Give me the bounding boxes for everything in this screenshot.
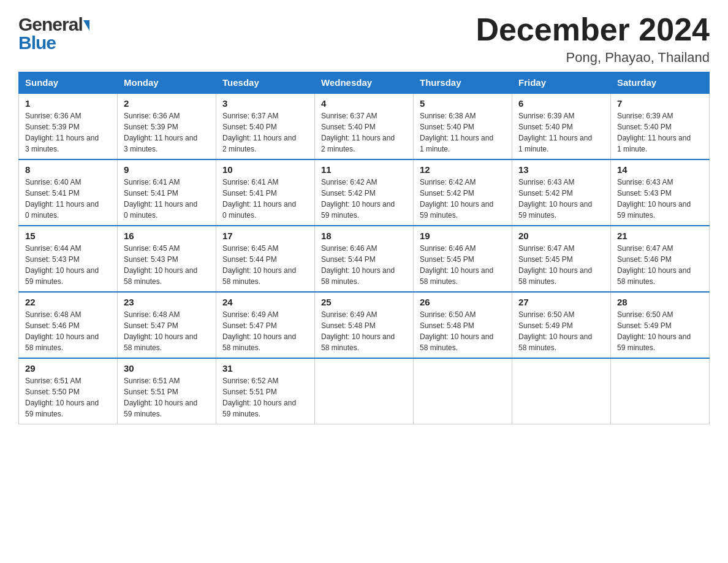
day-info: Sunrise: 6:51 AM Sunset: 5:51 PM Dayligh… (124, 375, 210, 419)
week-row-5: 29 Sunrise: 6:51 AM Sunset: 5:50 PM Dayl… (19, 358, 710, 424)
header-thursday: Thursday (414, 72, 512, 94)
day-number: 11 (321, 164, 407, 175)
day-info: Sunrise: 6:38 AM Sunset: 5:40 PM Dayligh… (420, 110, 506, 155)
calendar-cell: 7 Sunrise: 6:39 AM Sunset: 5:40 PM Dayli… (611, 93, 710, 159)
calendar-cell: 11 Sunrise: 6:42 AM Sunset: 5:42 PM Dayl… (315, 159, 414, 226)
day-number: 27 (518, 297, 604, 307)
day-info: Sunrise: 6:44 AM Sunset: 5:43 PM Dayligh… (25, 243, 111, 287)
day-number: 17 (222, 231, 308, 241)
calendar-cell: 1 Sunrise: 6:36 AM Sunset: 5:39 PM Dayli… (19, 93, 118, 159)
day-number: 3 (222, 98, 308, 109)
day-info: Sunrise: 6:37 AM Sunset: 5:40 PM Dayligh… (222, 110, 308, 155)
day-info: Sunrise: 6:41 AM Sunset: 5:41 PM Dayligh… (124, 177, 210, 221)
day-info: Sunrise: 6:47 AM Sunset: 5:46 PM Dayligh… (617, 243, 703, 287)
page-header: General Blue December 2024 Pong, Phayao,… (18, 12, 710, 66)
day-info: Sunrise: 6:46 AM Sunset: 5:44 PM Dayligh… (321, 243, 407, 287)
day-number: 9 (124, 164, 210, 175)
calendar-cell: 9 Sunrise: 6:41 AM Sunset: 5:41 PM Dayli… (118, 159, 216, 226)
calendar-cell: 12 Sunrise: 6:42 AM Sunset: 5:42 PM Dayl… (414, 159, 512, 226)
calendar-cell: 13 Sunrise: 6:43 AM Sunset: 5:42 PM Dayl… (512, 159, 611, 226)
calendar-cell: 31 Sunrise: 6:52 AM Sunset: 5:51 PM Dayl… (216, 358, 315, 424)
day-info: Sunrise: 6:41 AM Sunset: 5:41 PM Dayligh… (222, 177, 308, 221)
day-number: 29 (25, 363, 111, 373)
logo-arrow-icon (83, 20, 89, 31)
day-number: 22 (25, 297, 111, 307)
day-number: 15 (25, 231, 111, 241)
calendar-cell: 21 Sunrise: 6:47 AM Sunset: 5:46 PM Dayl… (611, 226, 710, 292)
logo: General Blue (18, 12, 89, 52)
month-title: December 2024 (476, 12, 710, 47)
day-number: 6 (518, 98, 604, 109)
day-info: Sunrise: 6:39 AM Sunset: 5:40 PM Dayligh… (617, 110, 703, 155)
day-number: 4 (321, 98, 407, 109)
day-info: Sunrise: 6:36 AM Sunset: 5:39 PM Dayligh… (124, 110, 210, 155)
header-friday: Friday (512, 72, 611, 94)
day-number: 18 (321, 231, 407, 241)
day-info: Sunrise: 6:43 AM Sunset: 5:42 PM Dayligh… (518, 177, 604, 221)
day-info: Sunrise: 6:49 AM Sunset: 5:47 PM Dayligh… (222, 309, 308, 353)
day-info: Sunrise: 6:36 AM Sunset: 5:39 PM Dayligh… (25, 110, 111, 155)
day-number: 20 (518, 231, 604, 241)
calendar-cell: 26 Sunrise: 6:50 AM Sunset: 5:48 PM Dayl… (414, 292, 512, 358)
title-block: December 2024 Pong, Phayao, Thailand (476, 12, 710, 66)
day-number: 7 (617, 98, 703, 109)
calendar-cell: 2 Sunrise: 6:36 AM Sunset: 5:39 PM Dayli… (118, 93, 216, 159)
day-info: Sunrise: 6:47 AM Sunset: 5:45 PM Dayligh… (518, 243, 604, 287)
day-info: Sunrise: 6:40 AM Sunset: 5:41 PM Dayligh… (25, 177, 111, 221)
day-number: 14 (617, 164, 703, 175)
logo-general: General (18, 15, 89, 34)
calendar-cell: 23 Sunrise: 6:48 AM Sunset: 5:47 PM Dayl… (118, 292, 216, 358)
calendar-cell: 3 Sunrise: 6:37 AM Sunset: 5:40 PM Dayli… (216, 93, 315, 159)
day-number: 8 (25, 164, 111, 175)
calendar-cell: 22 Sunrise: 6:48 AM Sunset: 5:46 PM Dayl… (19, 292, 118, 358)
calendar-cell (611, 358, 710, 424)
calendar-cell: 17 Sunrise: 6:45 AM Sunset: 5:44 PM Dayl… (216, 226, 315, 292)
calendar-cell (512, 358, 611, 424)
calendar-cell: 27 Sunrise: 6:50 AM Sunset: 5:49 PM Dayl… (512, 292, 611, 358)
day-info: Sunrise: 6:48 AM Sunset: 5:47 PM Dayligh… (124, 309, 210, 353)
day-info: Sunrise: 6:37 AM Sunset: 5:40 PM Dayligh… (321, 110, 407, 155)
logo-blue: Blue (18, 34, 89, 52)
header-wednesday: Wednesday (315, 72, 414, 94)
calendar-cell: 18 Sunrise: 6:46 AM Sunset: 5:44 PM Dayl… (315, 226, 414, 292)
day-number: 19 (420, 231, 506, 241)
day-number: 26 (420, 297, 506, 307)
day-info: Sunrise: 6:45 AM Sunset: 5:43 PM Dayligh… (124, 243, 210, 287)
calendar-cell: 25 Sunrise: 6:49 AM Sunset: 5:48 PM Dayl… (315, 292, 414, 358)
day-number: 28 (617, 297, 703, 307)
calendar-cell: 8 Sunrise: 6:40 AM Sunset: 5:41 PM Dayli… (19, 159, 118, 226)
day-number: 21 (617, 231, 703, 241)
day-number: 31 (222, 363, 308, 373)
calendar-cell: 30 Sunrise: 6:51 AM Sunset: 5:51 PM Dayl… (118, 358, 216, 424)
calendar-table: Sunday Monday Tuesday Wednesday Thursday… (18, 72, 710, 424)
day-info: Sunrise: 6:50 AM Sunset: 5:49 PM Dayligh… (617, 309, 703, 353)
calendar-cell: 29 Sunrise: 6:51 AM Sunset: 5:50 PM Dayl… (19, 358, 118, 424)
week-row-3: 15 Sunrise: 6:44 AM Sunset: 5:43 PM Dayl… (19, 226, 710, 292)
calendar-cell (315, 358, 414, 424)
day-number: 25 (321, 297, 407, 307)
calendar-cell: 10 Sunrise: 6:41 AM Sunset: 5:41 PM Dayl… (216, 159, 315, 226)
location-title: Pong, Phayao, Thailand (476, 50, 710, 66)
calendar-cell: 6 Sunrise: 6:39 AM Sunset: 5:40 PM Dayli… (512, 93, 611, 159)
day-info: Sunrise: 6:48 AM Sunset: 5:46 PM Dayligh… (25, 309, 111, 353)
calendar-cell: 4 Sunrise: 6:37 AM Sunset: 5:40 PM Dayli… (315, 93, 414, 159)
day-number: 1 (25, 98, 111, 109)
day-info: Sunrise: 6:50 AM Sunset: 5:49 PM Dayligh… (518, 309, 604, 353)
header-sunday: Sunday (19, 72, 118, 94)
day-info: Sunrise: 6:42 AM Sunset: 5:42 PM Dayligh… (420, 177, 506, 221)
calendar-cell: 19 Sunrise: 6:46 AM Sunset: 5:45 PM Dayl… (414, 226, 512, 292)
day-number: 23 (124, 297, 210, 307)
day-info: Sunrise: 6:49 AM Sunset: 5:48 PM Dayligh… (321, 309, 407, 353)
calendar-cell: 14 Sunrise: 6:43 AM Sunset: 5:43 PM Dayl… (611, 159, 710, 226)
day-number: 2 (124, 98, 210, 109)
day-number: 5 (420, 98, 506, 109)
week-row-4: 22 Sunrise: 6:48 AM Sunset: 5:46 PM Dayl… (19, 292, 710, 358)
day-number: 30 (124, 363, 210, 373)
day-info: Sunrise: 6:43 AM Sunset: 5:43 PM Dayligh… (617, 177, 703, 221)
day-info: Sunrise: 6:45 AM Sunset: 5:44 PM Dayligh… (222, 243, 308, 287)
week-row-1: 1 Sunrise: 6:36 AM Sunset: 5:39 PM Dayli… (19, 93, 710, 159)
day-number: 12 (420, 164, 506, 175)
header-monday: Monday (118, 72, 216, 94)
day-number: 24 (222, 297, 308, 307)
day-info: Sunrise: 6:52 AM Sunset: 5:51 PM Dayligh… (222, 375, 308, 419)
